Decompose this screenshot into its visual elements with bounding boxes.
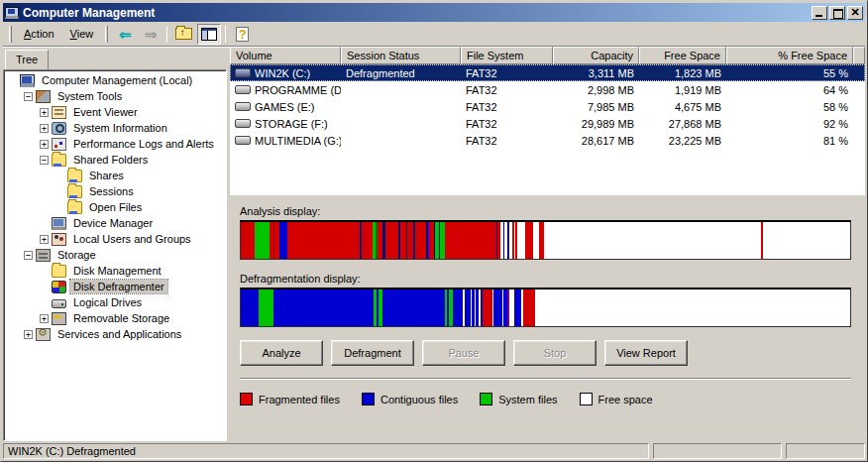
tab-tree[interactable]: Tree	[5, 50, 49, 69]
main-area: Tree Computer Management (Local)−System …	[3, 47, 865, 441]
help-button[interactable]	[230, 24, 254, 45]
tree-item-system-information[interactable]: +System Information	[4, 120, 226, 136]
tree-item-label: Open Files	[86, 200, 145, 214]
toolbar-grip[interactable]	[9, 26, 12, 43]
title-bar[interactable]: Computer Management ✕	[3, 3, 865, 22]
up-folder-icon	[175, 28, 192, 40]
bar-segment	[535, 289, 849, 326]
legend-swatch	[240, 393, 253, 405]
column-header-free-space[interactable]: % Free Space	[726, 47, 853, 64]
tree-item-removable-storage[interactable]: +Removable Storage	[4, 310, 226, 326]
cell-session-status: Defragmented	[341, 67, 461, 79]
expand-icon[interactable]: +	[40, 314, 49, 323]
tree-view: Computer Management (Local)−System Tools…	[3, 69, 227, 441]
cell-file-system: FAT32	[461, 67, 553, 79]
close-button[interactable]: ✕	[847, 6, 863, 20]
volume-row-programme-d[interactable]: PROGRAMME (D:)FAT322,998 MB1,919 MB64 %	[230, 81, 865, 98]
tree-item-open-files[interactable]: Open Files	[4, 199, 226, 215]
maximize-button[interactable]	[829, 6, 845, 20]
menu-view[interactable]: View	[62, 26, 102, 42]
tree-item-storage[interactable]: −Storage	[4, 247, 226, 263]
bar-segment	[241, 222, 255, 259]
tree-item-system-tools[interactable]: −System Tools	[4, 88, 226, 104]
column-header-session-status[interactable]: Session Status	[341, 47, 461, 64]
tree-item-event-viewer[interactable]: +Event Viewer	[4, 104, 226, 120]
legend-swatch	[362, 393, 375, 405]
expand-icon[interactable]: +	[40, 108, 49, 117]
tools-icon	[36, 90, 51, 103]
analysis-display-label: Analysis display:	[240, 205, 851, 217]
cell-free-space: 92 %	[726, 118, 853, 130]
show-hide-console-tree-button[interactable]	[197, 24, 221, 45]
tree-item-label: Local Users and Groups	[70, 232, 194, 246]
tree-item-performance-logs-and-alerts[interactable]: +Performance Logs and Alerts	[4, 136, 226, 152]
cell-volume: WIN2K (C:)	[230, 67, 341, 79]
menu-action[interactable]: Action	[16, 26, 62, 42]
tree-item-computer-management-local[interactable]: Computer Management (Local)	[4, 72, 226, 88]
collapse-icon[interactable]: −	[24, 92, 33, 101]
tree-item-device-manager[interactable]: Device Manager	[4, 215, 226, 231]
column-header-volume[interactable]: Volume	[230, 47, 341, 64]
stop-button[interactable]: Stop	[513, 340, 597, 366]
computer-management-window: Computer Management ✕ Action View ⇐ ⇒ Tr…	[0, 0, 868, 462]
forward-button[interactable]: ⇒	[139, 24, 163, 45]
collapse-icon[interactable]: −	[40, 156, 49, 165]
volume-row-win2k-c[interactable]: WIN2K (C:)DefragmentedFAT323,311 MB1,823…	[230, 64, 865, 81]
cell-free-space: 1,823 MB	[639, 67, 726, 79]
cell-free-space: 4,675 MB	[639, 101, 726, 113]
tree-item-shared-folders[interactable]: −Shared Folders	[4, 152, 226, 168]
collapse-icon[interactable]: −	[24, 251, 33, 260]
volume-row-multimedia-g[interactable]: MULTIMEDIA (G:)FAT3228,617 MB23,225 MB81…	[230, 132, 865, 149]
toolbar-grip[interactable]	[105, 26, 108, 43]
bar-segment	[483, 289, 492, 326]
volume-row-storage-f[interactable]: STORAGE (F:)FAT3229,989 MB27,868 MB92 %	[230, 115, 865, 132]
column-header-capacity[interactable]: Capacity	[553, 47, 639, 64]
tree-item-logical-drives[interactable]: Logical Drives	[4, 294, 226, 310]
tree-item-services-and-applications[interactable]: +Services and Applications	[4, 326, 226, 342]
expand-icon[interactable]: +	[40, 124, 49, 133]
tree-item-local-users-and-groups[interactable]: +Local Users and Groups	[4, 231, 226, 247]
volume-row-games-e[interactable]: GAMES (E:)FAT327,985 MB4,675 MB58 %	[230, 98, 865, 115]
bar-segment	[525, 222, 533, 259]
status-bar: WIN2K (C:) Defragmented	[3, 441, 865, 459]
tree-item-label: Computer Management (Local)	[39, 73, 195, 87]
tree-item-label: Removable Storage	[70, 311, 172, 325]
bar-segment	[385, 222, 399, 259]
tree-item-sessions[interactable]: Sessions	[4, 183, 226, 199]
column-header-free-space[interactable]: Free Space	[639, 47, 726, 64]
defragment-button[interactable]: Defragment	[331, 340, 414, 366]
analyze-button[interactable]: Analyze	[240, 340, 323, 366]
up-folder-button[interactable]	[171, 24, 195, 45]
cell-free-space: 23,225 MB	[639, 135, 726, 147]
view-report-button[interactable]: View Report	[604, 340, 688, 366]
divider	[240, 378, 851, 380]
cell-capacity: 29,989 MB	[553, 118, 639, 130]
tree-item-label: Disk Defragmenter	[70, 280, 167, 293]
column-header-file-system[interactable]: File System	[461, 47, 553, 64]
back-button[interactable]: ⇐	[113, 24, 137, 45]
sharedfolder-icon	[67, 201, 82, 214]
tree-item-label: Disk Management	[70, 264, 164, 278]
tree-item-disk-defragmenter[interactable]: Disk Defragmenter	[4, 279, 226, 294]
tree-item-shares[interactable]: Shares	[4, 168, 226, 183]
tree-item-disk-management[interactable]: Disk Management	[4, 263, 226, 279]
cell-volume: STORAGE (F:)	[230, 118, 341, 130]
forward-arrow-icon: ⇒	[145, 27, 158, 42]
cell-volume: GAMES (E:)	[230, 101, 341, 113]
expand-icon[interactable]: +	[40, 235, 49, 244]
cell-capacity: 28,617 MB	[553, 135, 639, 147]
status-panel	[786, 443, 865, 459]
legend: Fragmented filesContiguous filesSystem f…	[240, 393, 851, 405]
defragmentation-display-label: Defragmentation display:	[240, 273, 851, 285]
volume-list: WIN2K (C:)DefragmentedFAT323,311 MB1,823…	[230, 64, 865, 195]
cell-capacity: 7,985 MB	[553, 101, 639, 113]
tree-item-label: Shared Folders	[70, 153, 151, 167]
app-computer-icon	[5, 7, 19, 19]
bar-segment	[241, 289, 259, 326]
drive-icon	[235, 85, 251, 94]
expand-icon[interactable]: +	[40, 140, 49, 149]
expand-icon[interactable]: +	[24, 330, 33, 339]
pause-button[interactable]: Pause	[422, 340, 505, 366]
minimize-button[interactable]	[812, 6, 827, 20]
legend-free-space: Free space	[580, 393, 653, 405]
